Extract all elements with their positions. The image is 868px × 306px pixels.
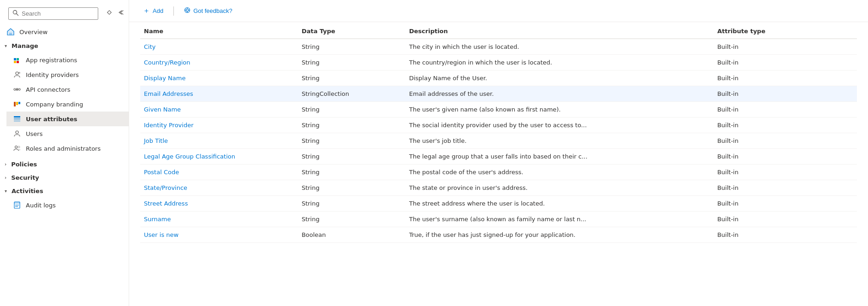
table-cell-description: Email addresses of the user. bbox=[405, 86, 713, 102]
collapse-button[interactable] bbox=[116, 8, 125, 18]
table-cell-attributetype: Built-in bbox=[713, 165, 857, 180]
table-cell-datatype: StringCollection bbox=[298, 86, 405, 102]
sidebar-item-users[interactable]: Users bbox=[6, 126, 129, 141]
col-header-name: Name bbox=[140, 22, 298, 39]
table-row: Postal CodeStringThe postal code of the … bbox=[140, 165, 857, 180]
sidebar-item-users-label: Users bbox=[26, 130, 42, 137]
svg-rect-18 bbox=[16, 102, 18, 105]
sidebar-item-api-connectors[interactable]: API connectors bbox=[6, 82, 129, 97]
table-cell-name[interactable]: Given Name bbox=[140, 102, 298, 118]
sidebar-item-audit-logs[interactable]: Audit logs bbox=[6, 198, 129, 212]
activities-chevron-icon: ▾ bbox=[5, 188, 7, 194]
sidebar-item-app-registrations-label: App registrations bbox=[26, 57, 77, 64]
svg-rect-21 bbox=[14, 118, 20, 120]
svg-rect-7 bbox=[17, 58, 19, 60]
table-cell-datatype: String bbox=[298, 118, 405, 133]
table-cell-name[interactable]: State/Province bbox=[140, 180, 298, 196]
table-cell-name[interactable]: Surname bbox=[140, 212, 298, 227]
table-cell-name[interactable]: City bbox=[140, 39, 298, 55]
svg-rect-8 bbox=[14, 61, 16, 63]
table-cell-attributetype: Built-in bbox=[713, 39, 857, 55]
svg-rect-20 bbox=[14, 116, 20, 118]
table-cell-datatype: Boolean bbox=[298, 227, 405, 243]
feedback-button[interactable]: Got feedback? bbox=[181, 5, 235, 17]
policies-chevron-icon: › bbox=[5, 162, 6, 167]
table-cell-datatype: String bbox=[298, 212, 405, 227]
table-cell-name[interactable]: Postal Code bbox=[140, 165, 298, 180]
sidebar-item-audit-logs-label: Audit logs bbox=[26, 202, 56, 209]
svg-rect-27 bbox=[14, 202, 20, 204]
table-cell-name[interactable]: Email Addresses bbox=[140, 86, 298, 102]
activities-group: Audit logs bbox=[0, 198, 129, 212]
table-cell-name[interactable]: Legal Age Group Classification bbox=[140, 149, 298, 165]
audit-logs-icon bbox=[13, 201, 21, 209]
search-box[interactable] bbox=[8, 7, 98, 20]
table-row: CityStringThe city in which the user is … bbox=[140, 39, 857, 55]
table-row: User is newBooleanTrue, if the user has … bbox=[140, 227, 857, 243]
table-cell-description: The user's job title. bbox=[405, 133, 713, 149]
svg-point-24 bbox=[15, 146, 18, 148]
svg-point-25 bbox=[18, 146, 20, 148]
table-cell-name[interactable]: Country/Region bbox=[140, 55, 298, 71]
table-cell-datatype: String bbox=[298, 165, 405, 180]
table-cell-datatype: String bbox=[298, 133, 405, 149]
sidebar-item-policies[interactable]: › Policies bbox=[0, 158, 129, 171]
sidebar-item-identity-providers[interactable]: Identity providers bbox=[6, 67, 129, 82]
svg-point-31 bbox=[186, 9, 189, 12]
table-row: Street AddressStringThe street address w… bbox=[140, 196, 857, 212]
sidebar: Overview ▾ Manage App registrations bbox=[0, 0, 129, 306]
sidebar-item-identity-providers-label: Identity providers bbox=[26, 71, 79, 78]
svg-rect-2 bbox=[107, 11, 111, 14]
sidebar-item-api-connectors-label: API connectors bbox=[26, 86, 71, 93]
table-cell-name[interactable]: User is new bbox=[140, 227, 298, 243]
sidebar-item-app-registrations[interactable]: App registrations bbox=[6, 53, 129, 67]
table-cell-description: The user's surname (also known as family… bbox=[405, 212, 713, 227]
svg-point-10 bbox=[16, 72, 18, 75]
table-cell-name[interactable]: Display Name bbox=[140, 71, 298, 86]
table-row: Given NameStringThe user's given name (a… bbox=[140, 102, 857, 118]
table-cell-datatype: String bbox=[298, 39, 405, 55]
table-cell-attributetype: Built-in bbox=[713, 180, 857, 196]
security-chevron-icon: › bbox=[5, 175, 6, 180]
svg-point-13 bbox=[18, 88, 20, 90]
table-cell-datatype: String bbox=[298, 196, 405, 212]
table-cell-datatype: String bbox=[298, 180, 405, 196]
sidebar-item-user-attributes[interactable]: User attributes bbox=[6, 112, 129, 126]
add-label: Add bbox=[153, 7, 163, 14]
table-cell-name[interactable]: Job Title bbox=[140, 133, 298, 149]
svg-rect-22 bbox=[14, 120, 20, 122]
sidebar-item-overview[interactable]: Overview bbox=[0, 24, 129, 39]
roles-admins-icon bbox=[13, 144, 21, 153]
table-cell-datatype: String bbox=[298, 55, 405, 71]
table-cell-datatype: String bbox=[298, 71, 405, 86]
manage-chevron-icon: ▾ bbox=[5, 43, 7, 48]
svg-rect-19 bbox=[18, 102, 20, 104]
sidebar-item-security-label: Security bbox=[11, 174, 39, 181]
user-attributes-icon bbox=[13, 115, 21, 123]
search-input[interactable] bbox=[22, 10, 94, 17]
table-cell-description: The country/region in which the user is … bbox=[405, 55, 713, 71]
table-cell-attributetype: Built-in bbox=[713, 133, 857, 149]
identity-providers-icon bbox=[13, 71, 21, 79]
sidebar-item-company-branding[interactable]: Company branding bbox=[6, 97, 129, 112]
table-cell-name[interactable]: Identity Provider bbox=[140, 118, 298, 133]
table-cell-name[interactable]: Street Address bbox=[140, 196, 298, 212]
table-cell-attributetype: Built-in bbox=[713, 212, 857, 227]
table-cell-description: The social identity provider used by the… bbox=[405, 118, 713, 133]
diamond-icon-button[interactable] bbox=[105, 8, 114, 18]
table-cell-attributetype: Built-in bbox=[713, 118, 857, 133]
company-branding-icon bbox=[13, 100, 21, 108]
sidebar-item-overview-label: Overview bbox=[19, 29, 48, 35]
table-row: Identity ProviderStringThe social identi… bbox=[140, 118, 857, 133]
sidebar-item-company-branding-label: Company branding bbox=[26, 101, 83, 108]
sidebar-item-manage[interactable]: ▾ Manage bbox=[0, 39, 129, 53]
table-cell-attributetype: Built-in bbox=[713, 227, 857, 243]
sidebar-item-activities[interactable]: ▾ Activities bbox=[0, 184, 129, 198]
sidebar-item-roles-admins[interactable]: Roles and administrators bbox=[6, 141, 129, 156]
sidebar-item-user-attributes-label: User attributes bbox=[26, 116, 77, 123]
sidebar-item-policies-label: Policies bbox=[11, 161, 37, 168]
sidebar-item-security[interactable]: › Security bbox=[0, 171, 129, 184]
attributes-table: Name Data Type Description Attribute typ… bbox=[140, 22, 857, 243]
sidebar-item-roles-admins-label: Roles and administrators bbox=[26, 145, 101, 152]
add-button[interactable]: ＋ Add bbox=[140, 5, 166, 17]
